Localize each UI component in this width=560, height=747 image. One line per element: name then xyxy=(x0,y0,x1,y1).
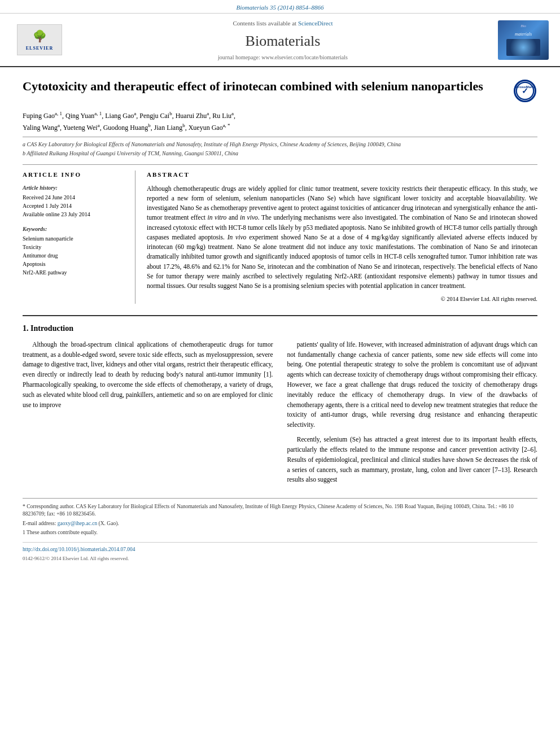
crossmark-icon: ✓ CrossMark xyxy=(514,80,536,102)
abstract-column: Abstract Although chemotherapeutic drugs… xyxy=(147,171,537,304)
affiliation-a: a CAS Key Laboratory for Biological Effe… xyxy=(23,141,537,148)
email-label: E-mail address: xyxy=(23,521,58,526)
accepted-date: Accepted 1 July 2014 xyxy=(23,202,126,210)
svg-text:CrossMark: CrossMark xyxy=(515,85,534,89)
article-info-header: Article Info xyxy=(23,171,126,179)
abstract-text: Although chemotherapeutic drugs are wide… xyxy=(147,184,537,291)
crossmark-badge[interactable]: ✓ CrossMark xyxy=(512,78,537,104)
intro-two-col: Although the broad-spectrum clinical app… xyxy=(23,340,537,490)
keywords-section: Keywords: Selenium nanoparticle Toxicity… xyxy=(23,225,126,277)
journal-title: Biomaterials xyxy=(68,31,498,51)
email-name: (X. Gao). xyxy=(99,521,119,526)
author-yueteng: Yueteng Weia, xyxy=(63,124,103,132)
received-date: Received 24 June 2014 xyxy=(23,194,126,202)
intro-left-para1: Although the broad-spectrum clinical app… xyxy=(23,340,273,410)
article-content: Cytotoxicity and therapeutic effect of i… xyxy=(0,67,560,573)
affiliations: a CAS Key Laboratory for Biological Effe… xyxy=(23,137,537,158)
doi-link[interactable]: http://dx.doi.org/10.1016/j.biomaterials… xyxy=(23,546,537,553)
journal-homepage: journal homepage: www.elsevier.com/locat… xyxy=(68,54,498,62)
article-title-section: Cytotoxicity and therapeutic effect of i… xyxy=(23,78,537,104)
article-info-column: Article Info Article history: Received 2… xyxy=(23,171,135,304)
intro-right-col: patients' quality of life. However, with… xyxy=(287,340,538,490)
keyword-5: Nrf2-ARE pathway xyxy=(23,269,126,277)
sciencedirect-link[interactable]: Contents lists available at ScienceDirec… xyxy=(68,18,498,28)
doi-section: http://dx.doi.org/10.1016/j.biomaterials… xyxy=(23,542,537,562)
keyword-2: Toxicity xyxy=(23,243,126,251)
intro-title: 1. Introduction xyxy=(23,323,537,334)
tree-icon: 🌳 xyxy=(33,28,47,44)
article-title: Cytotoxicity and therapeutic effect of i… xyxy=(23,78,504,95)
keywords-label: Keywords: xyxy=(23,225,126,233)
keyword-1: Selenium nanoparticle xyxy=(23,235,126,243)
author-qing: Qing Yuana, 1, xyxy=(65,112,105,120)
article-info-label: Article Info xyxy=(23,171,81,178)
journal-header: 🌳 ELSEVIER Contents lists available at S… xyxy=(0,14,560,67)
authors-line: Fuping Gaoa, 1, Qing Yuana, 1, Liang Gao… xyxy=(23,110,537,133)
intro-right-para2: Recently, selenium (Se) has attracted a … xyxy=(287,435,538,485)
author-pengju: Pengju Caib, xyxy=(139,112,176,120)
affiliation-b: b Affiliated Ruikang Hospital of Guangxi… xyxy=(23,150,537,158)
available-date: Available online 23 July 2014 xyxy=(23,211,126,219)
biomaterials-logo: Bio materials xyxy=(498,20,549,60)
author-xueyun: Xueyun Gaoa, * xyxy=(189,124,230,132)
intro-right-para1: patients' quality of life. However, with… xyxy=(287,340,538,430)
corresponding-author-footnote: * Corresponding author. CAS Key Laborato… xyxy=(23,503,537,518)
email-footnote: E-mail address: gaoxy@ihep.ac.cn (X. Gao… xyxy=(23,520,537,527)
intro-heading: Introduction xyxy=(30,324,73,333)
elsevier-logo: 🌳 ELSEVIER xyxy=(11,24,68,55)
elsevier-logo-image: 🌳 ELSEVIER xyxy=(17,24,62,55)
journal-citation: Biomaterials 35 (2014) 8854–8866 xyxy=(0,0,560,14)
issn-line: 0142-9612/© 2014 Elsevier Ltd. All right… xyxy=(23,555,537,562)
author-guodong: Guodong Huangb, xyxy=(103,124,154,132)
elsevier-brand-text: ELSEVIER xyxy=(26,45,53,51)
copyright-line: © 2014 Elsevier Ltd. All rights reserved… xyxy=(147,295,537,304)
sciencedirect-text: ScienceDirect xyxy=(298,20,333,27)
author-ru: Ru Liua, xyxy=(212,112,235,120)
author-fuping: Fuping Gaoa, 1, xyxy=(23,112,65,120)
email-link[interactable]: gaoxy@ihep.ac.cn xyxy=(58,521,97,526)
equal-contrib-footnote: 1 These authors contribute equally. xyxy=(23,529,537,536)
abstract-label: Abstract xyxy=(147,171,190,178)
footnotes: * Corresponding author. CAS Key Laborato… xyxy=(23,498,537,536)
keyword-3: Antitumor drug xyxy=(23,252,126,260)
abstract-header: Abstract xyxy=(147,171,537,179)
author-yaling: Yaling Wanga, xyxy=(23,124,63,132)
biomaterials-logo-text: materials xyxy=(506,31,540,37)
introduction-section: 1. Introduction Although the broad-spect… xyxy=(23,315,537,562)
author-liang: Liang Gaoa, xyxy=(105,112,139,120)
author-huarui: Huarui Zhua, xyxy=(176,112,213,120)
info-abstract-section: Article Info Article history: Received 2… xyxy=(23,164,537,304)
doi-text: http://dx.doi.org/10.1016/j.biomaterials… xyxy=(23,547,135,552)
intro-number: 1. xyxy=(23,324,29,333)
article-history: Article history: Received 24 June 2014 A… xyxy=(23,184,126,219)
history-label: Article history: xyxy=(23,184,126,192)
keyword-4: Apoptosis xyxy=(23,260,126,268)
intro-left-col: Although the broad-spectrum clinical app… xyxy=(23,340,273,490)
author-jian: Jian Liangb, xyxy=(154,124,189,132)
journal-center-info: Contents lists available at ScienceDirec… xyxy=(68,18,498,62)
